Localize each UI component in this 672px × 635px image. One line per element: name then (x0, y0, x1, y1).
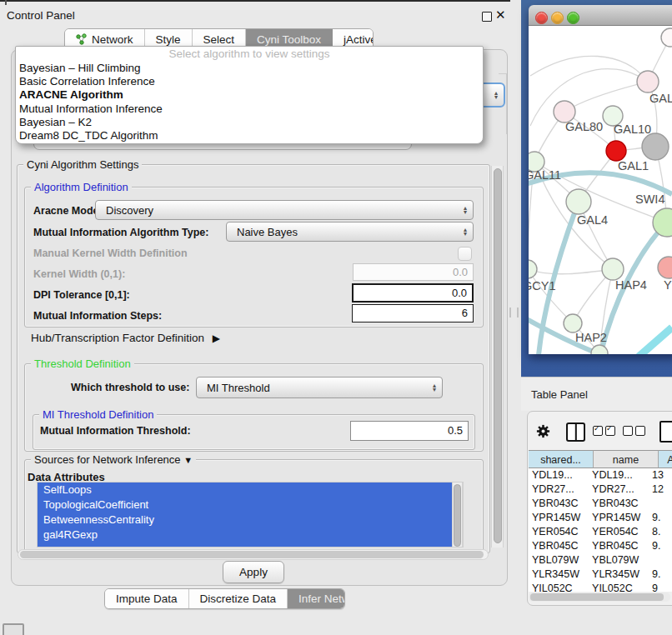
tab-impute-data[interactable]: Impute Data (105, 589, 189, 608)
algorithm-option[interactable]: Dream8 DC_TDC Algorithm (16, 129, 483, 142)
application-window: Control Panel ✕ NetworkStyleSelectCyni T… (0, 0, 672, 635)
network-edge[interactable] (529, 269, 613, 274)
control-panel-title: Control Panel (7, 9, 75, 22)
dpi-tolerance-field[interactable]: 0.0 (352, 283, 474, 302)
network-view-window: GALGAL80GAL10GAL1GAL11SWI4GAL4GCY1HAP4YH… (529, 5, 672, 354)
attributes-scrollbar[interactable] (452, 482, 463, 548)
network-node-y[interactable] (658, 257, 672, 278)
network-node[interactable] (642, 133, 669, 160)
manual-kernel-label: Manual Kernel Width Definition (33, 248, 188, 259)
mi-type-label: Mutual Information Algorithm Type: (33, 227, 208, 238)
network-edge[interactable] (530, 69, 648, 126)
network-node-hap2[interactable] (564, 314, 582, 332)
table-hscrollbar[interactable] (529, 592, 670, 602)
mi-threshold-field[interactable]: 0.5 (350, 421, 469, 441)
algorithm-option[interactable]: Bayesian – Hill Climbing (16, 62, 483, 75)
deselect-all-icon[interactable] (623, 426, 645, 436)
table-row[interactable]: YBL079WYBL079W (529, 553, 672, 568)
network-node-gcy1[interactable] (529, 260, 537, 278)
table-row[interactable]: YDL19...YDL19...13 (529, 468, 672, 482)
attribute-list-item[interactable]: SelfLoops (38, 482, 454, 498)
node-label: HAP4 (615, 278, 647, 292)
hub-definition-toggle[interactable]: Hub/Transcription Factor Definition ▶ (31, 332, 220, 344)
algorithm-option[interactable]: Bayesian – K2 (16, 116, 483, 129)
close-traffic-light-icon[interactable] (535, 12, 548, 24)
network-edge[interactable] (639, 328, 672, 354)
node-label: Y (664, 278, 672, 292)
which-threshold-label: Which threshold to use: (71, 382, 189, 393)
network-edge[interactable] (564, 82, 648, 112)
node-label: GAL4 (577, 213, 608, 227)
table-column-header[interactable]: name (594, 450, 659, 468)
mi-type-combo[interactable]: Naive Bayes ▴▾ (226, 222, 474, 242)
node-label: HAP2 (575, 331, 607, 344)
table-column-header[interactable]: shared... (529, 450, 594, 468)
table-row[interactable]: YER054CYER054C8. (529, 525, 672, 539)
select-all-icon[interactable]: ✓✓ (593, 426, 615, 436)
attribute-list-item[interactable]: BetweennessCentrality (38, 512, 454, 528)
algorithm-placeholder: Select algorithm to view settings (16, 47, 483, 62)
table-panel-header: Table Panel (521, 377, 672, 411)
cyni-bottom-tabs: Impute DataDiscretize DataInfer Network (104, 588, 345, 609)
network-window-titlebar[interactable] (529, 5, 672, 26)
aracne-mode-combo[interactable]: Discovery ▴▾ (95, 200, 474, 220)
split-view-icon[interactable] (566, 422, 585, 442)
algorithm-option[interactable]: Basic Correlation Inference (16, 75, 483, 88)
algorithm-dropdown-popup: Select algorithm to view settings Bayesi… (15, 46, 484, 144)
spinner-arrows-icon: ▴▾ (464, 206, 467, 214)
panel-top-notch (5, 0, 7, 5)
tab-infer-network[interactable]: Infer Network (288, 589, 345, 608)
table-row[interactable]: YBR043CYBR043C (529, 497, 672, 511)
settings-group-title: Cyni Algorithm Settings (23, 158, 142, 171)
spinner-arrows-icon: ▴▾ (433, 383, 436, 392)
document-icon[interactable] (659, 421, 672, 442)
float-window-icon[interactable] (482, 12, 492, 22)
spinner-arrows-icon: ▴▾ (494, 91, 498, 99)
table-row[interactable]: YPR145WYPR145W9. (529, 511, 672, 525)
minimized-panel-icon[interactable] (3, 623, 24, 635)
network-canvas[interactable]: GALGAL80GAL10GAL1GAL11SWI4GAL4GCY1HAP4YH… (529, 26, 672, 354)
node-label: GAL10 (614, 122, 651, 136)
tab-discretize-data[interactable]: Discretize Data (189, 589, 288, 608)
expand-right-icon: ▶ (213, 332, 220, 344)
settings-vscrollbar[interactable] (491, 166, 504, 548)
node-label: SWI4 (635, 192, 664, 206)
panel-splitter-handle[interactable] (509, 308, 519, 318)
table-row[interactable]: YIL052CYIL052C9 (529, 582, 672, 592)
threshold-definition-title: Threshold Definition (31, 358, 134, 370)
algorithm-option[interactable]: ARACNE Algorithm (16, 88, 483, 102)
network-node[interactable] (661, 28, 672, 47)
algorithm-option[interactable]: Mutual Information Inference (16, 102, 483, 116)
minimize-traffic-light-icon[interactable] (551, 12, 564, 24)
spinner-arrows-icon: ▴▾ (464, 228, 467, 236)
aracne-mode-label: Aracne Mode: (33, 205, 103, 217)
table-row[interactable]: YBR045CYBR045C9. (529, 539, 672, 553)
attribute-list-item[interactable]: TopologicalCoefficient (38, 498, 454, 512)
algorithm-list: Bayesian – Hill ClimbingBasic Correlatio… (16, 62, 483, 142)
which-threshold-combo[interactable]: MI Threshold ▴▾ (196, 377, 443, 398)
node-table[interactable]: YDL19...YDL19...13YDR27...YDR27...12YBR0… (529, 468, 672, 592)
mi-steps-field[interactable]: 6 (352, 304, 474, 322)
attribute-list-item[interactable]: gal4RGexp (38, 528, 454, 542)
panel-top-border (0, 0, 510, 2)
settings-hscrollbar[interactable] (18, 549, 489, 560)
network-edge[interactable] (530, 56, 648, 82)
dpi-tolerance-label: DPI Tolerance [0,1]: (33, 289, 130, 301)
table-row[interactable]: YDR27...YDR27...12 (529, 482, 672, 497)
close-icon[interactable]: ✕ (495, 8, 506, 22)
table-panel-title: Table Panel (531, 388, 588, 401)
network-node-hap4[interactable] (602, 258, 624, 280)
settings-gear-icon[interactable] (535, 423, 551, 439)
table-row[interactable]: YLR345WYLR345W9. (529, 568, 672, 582)
manual-kernel-checkbox[interactable] (458, 247, 472, 261)
node-label: GAL11 (529, 168, 561, 182)
data-attributes-list[interactable]: SelfLoopsTopologicalCoefficientBetweenne… (37, 482, 464, 548)
table-column-header[interactable]: A (659, 450, 672, 468)
collapse-down-icon: ▼ (183, 455, 193, 465)
apply-button[interactable]: Apply (223, 561, 284, 583)
kernel-width-field: 0.0 (353, 263, 474, 281)
network-node-gal[interactable] (637, 71, 659, 92)
network-node-gal4[interactable] (566, 189, 591, 214)
zoom-traffic-light-icon[interactable] (567, 12, 579, 24)
network-node-gal1[interactable] (606, 141, 626, 161)
